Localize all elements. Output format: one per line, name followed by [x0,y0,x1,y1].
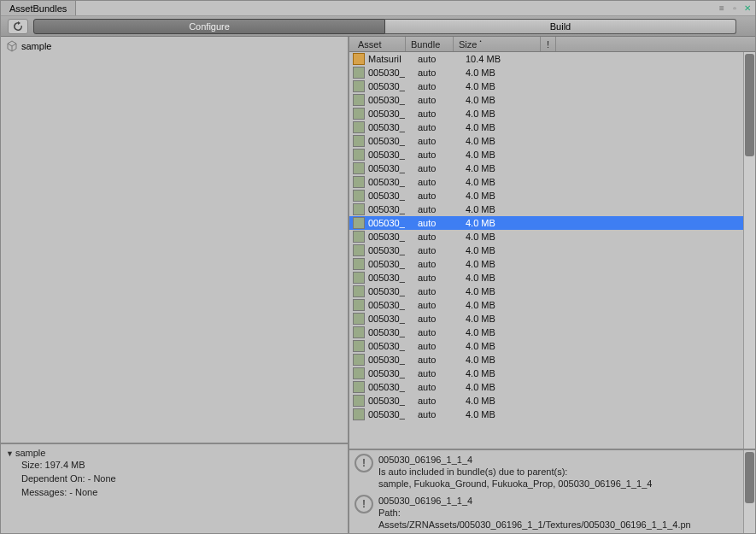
vertical-scrollbar[interactable] [743,52,755,449]
cell-size: 4.0 MB [466,67,534,78]
message-item[interactable]: !005030_06196_1_1_4Is auto included in b… [351,450,741,491]
cell-size: 4.0 MB [466,341,534,351]
cell-bundle: auto [418,204,466,214]
close-icon[interactable]: ✕ [742,3,753,14]
table-row[interactable]: 005030_auto4.0 MB [349,93,743,107]
table-row[interactable]: 005030_auto4.0 MB [349,161,743,175]
sort-indicator-icon: • [479,38,481,44]
cell-size: 4.0 MB [466,368,534,378]
cell-asset: 005030_ [368,314,418,324]
table-row[interactable]: 005030_auto4.0 MB [349,285,743,298]
table-row[interactable]: 005030_auto4.0 MB [349,230,743,244]
table-row[interactable]: 005030_auto4.0 MB [349,339,743,353]
cell-size: 4.0 MB [466,218,534,228]
column-header-warn[interactable]: ! [541,37,556,51]
maximize-icon[interactable]: ▫ [730,3,740,14]
cell-asset: MatsuriI [368,54,418,64]
texture-icon [353,162,365,174]
cell-asset: 005030_ [368,327,418,337]
table-row[interactable]: 005030_auto4.0 MB [349,271,743,285]
column-header-bundle[interactable]: Bundle [406,37,454,51]
cell-bundle: auto [418,245,466,255]
texture-icon [353,121,365,133]
table-row[interactable]: 005030_auto4.0 MB [349,380,743,394]
cell-size: 10.4 MB [466,54,534,64]
cell-asset: 005030_ [368,396,418,406]
texture-icon [353,231,365,243]
bundle-tree[interactable]: sample [1,37,348,444]
cell-asset: 005030_ [368,355,418,365]
table-row[interactable]: 005030_auto4.0 MB [349,353,743,367]
cell-asset: 005030_ [368,204,418,214]
texture-icon [353,340,365,352]
texture-icon [353,285,365,297]
column-header-asset[interactable]: Asset [353,37,406,51]
table-row[interactable]: 005030_auto4.0 MB [349,120,743,134]
table-row[interactable]: 005030_auto4.0 MB [349,107,743,120]
info-icon: ! [355,454,373,472]
cell-size: 4.0 MB [466,150,534,160]
message-text: 005030_06196_1_1_4Is auto included in bu… [378,452,652,490]
cell-size: 4.0 MB [466,81,534,91]
texture-icon [353,381,365,393]
texture-icon [353,258,365,270]
tab-build[interactable]: Build [385,19,736,34]
asset-list[interactable]: MatsuriIauto10.4 MB005030_auto4.0 MB0050… [349,52,743,449]
cell-bundle: auto [418,177,466,187]
cell-size: 4.0 MB [466,122,534,132]
details-name: sample [15,448,45,458]
texture-icon [353,408,365,420]
texture-icon [353,80,365,92]
cell-asset: 005030_ [368,368,418,378]
column-header-size[interactable]: Size• [454,37,541,51]
cell-bundle: auto [418,81,466,91]
table-row[interactable]: 005030_auto4.0 MB [349,66,743,79]
cell-bundle: auto [418,273,466,283]
table-row[interactable]: 005030_auto4.0 MB [349,189,743,202]
scroll-thumb[interactable] [745,452,754,503]
cell-asset: 005030_ [368,286,418,296]
table-row[interactable]: 005030_auto4.0 MB [349,326,743,339]
table-row[interactable]: 005030_auto4.0 MB [349,175,743,189]
cell-asset: 005030_ [368,259,418,269]
cell-size: 4.0 MB [466,273,534,283]
texture-icon [353,135,365,147]
details-header[interactable]: ▼sample [6,448,343,458]
table-row[interactable]: 005030_auto4.0 MB [349,216,743,230]
window-tab[interactable]: AssetBundles [1,1,76,15]
table-row[interactable]: 005030_auto4.0 MB [349,244,743,257]
table-row[interactable]: 005030_auto4.0 MB [349,394,743,408]
table-row[interactable]: 005030_auto4.0 MB [349,298,743,312]
cell-bundle: auto [418,191,466,201]
cell-bundle: auto [418,396,466,406]
table-row[interactable]: MatsuriIauto10.4 MB [349,52,743,66]
texture-icon [353,190,365,202]
table-row[interactable]: 005030_auto4.0 MB [349,134,743,148]
refresh-button[interactable] [8,19,28,34]
tab-configure[interactable]: Configure [33,19,385,34]
texture-icon [353,313,365,325]
window-menu-icon[interactable]: ≡ [717,3,727,14]
message-scrollbar[interactable] [743,450,755,533]
cell-size: 4.0 MB [466,191,534,201]
table-row[interactable]: 005030_auto4.0 MB [349,367,743,380]
tree-item[interactable]: sample [6,39,343,53]
scroll-thumb[interactable] [745,54,754,156]
cell-bundle: auto [418,327,466,337]
cell-size: 4.0 MB [466,396,534,406]
table-row[interactable]: 005030_auto4.0 MB [349,408,743,421]
toolbar: Configure Build [1,16,755,37]
table-row[interactable]: 005030_auto4.0 MB [349,148,743,161]
message-item[interactable]: !005030_06196_1_1_4Path:Assets/ZRNAssets… [351,491,741,532]
table-row[interactable]: 005030_auto4.0 MB [349,312,743,326]
table-row[interactable]: 005030_auto4.0 MB [349,202,743,216]
cell-bundle: auto [418,355,466,365]
window-title: AssetBundles [9,3,67,14]
cell-asset: 005030_ [368,273,418,283]
cell-asset: 005030_ [368,163,418,173]
cell-asset: 005030_ [368,136,418,146]
cell-size: 4.0 MB [466,177,534,187]
cell-asset: 005030_ [368,122,418,132]
table-row[interactable]: 005030_auto4.0 MB [349,257,743,271]
table-row[interactable]: 005030_auto4.0 MB [349,79,743,93]
